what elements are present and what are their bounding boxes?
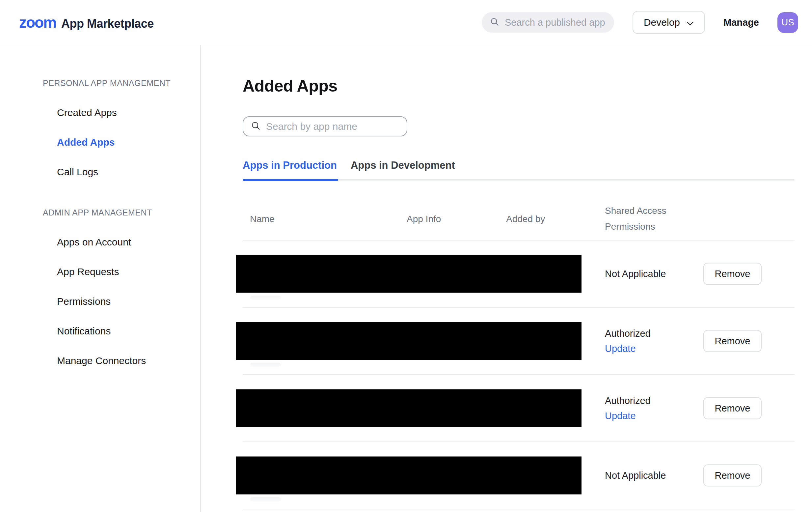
published-app-search-input[interactable] bbox=[505, 17, 606, 28]
shared-access-status: Not Applicable bbox=[605, 469, 666, 482]
sidebar-section-title: PERSONAL APP MANAGEMENT bbox=[43, 78, 200, 88]
sidebar-item-app-requests[interactable]: App Requests bbox=[43, 257, 200, 287]
tab-apps-in-production[interactable]: Apps in Production bbox=[243, 159, 337, 181]
marketplace-title: App Marketplace bbox=[61, 17, 154, 31]
sidebar-item-permissions[interactable]: Permissions bbox=[43, 287, 200, 316]
manage-link[interactable]: Manage bbox=[723, 17, 759, 28]
develop-button-label: Develop bbox=[644, 17, 680, 28]
column-header-app-info: App Info bbox=[407, 214, 441, 225]
shared-access-status: Not Applicable bbox=[605, 267, 666, 280]
sidebar-item-apps-on-account[interactable]: Apps on Account bbox=[43, 227, 200, 257]
tabs: Apps in Production Apps in Development bbox=[243, 159, 794, 181]
sidebar-item-notifications[interactable]: Notifications bbox=[43, 316, 200, 346]
sidebar-section: ADMIN APP MANAGEMENT Apps on Account App… bbox=[43, 208, 200, 376]
remove-button[interactable]: Remove bbox=[703, 464, 762, 487]
update-link[interactable]: Update bbox=[605, 409, 651, 422]
redaction-remnant bbox=[250, 497, 281, 502]
table-row: Authorized Update Remove bbox=[243, 308, 794, 375]
search-icon bbox=[490, 17, 499, 28]
header-actions: Develop Manage US bbox=[482, 11, 798, 34]
develop-button[interactable]: Develop bbox=[633, 11, 705, 34]
app-name-search[interactable] bbox=[243, 116, 407, 136]
table-row: Not Applicable Remove bbox=[243, 241, 794, 308]
sidebar-item-added-apps[interactable]: Added Apps bbox=[43, 128, 200, 157]
shared-access-cell: Not Applicable bbox=[605, 267, 666, 280]
table-row: Not Applicable Remove bbox=[243, 442, 794, 509]
table-header-row: Name App Info Added by Shared Access Per… bbox=[243, 181, 794, 241]
tab-apps-in-development[interactable]: Apps in Development bbox=[351, 159, 455, 181]
table-row: Authorized Update Remove bbox=[243, 375, 794, 442]
zoom-wordmark: zoom bbox=[19, 14, 56, 31]
column-header-added-by: Added by bbox=[506, 214, 545, 225]
sidebar-item-created-apps[interactable]: Created Apps bbox=[43, 98, 200, 128]
main-content: Added Apps Apps in Production Apps in De… bbox=[201, 45, 812, 512]
app-name-search-input[interactable] bbox=[266, 121, 399, 132]
published-app-search[interactable] bbox=[482, 12, 614, 33]
avatar[interactable]: US bbox=[777, 12, 798, 33]
update-link[interactable]: Update bbox=[605, 342, 651, 355]
redaction-remnant bbox=[250, 296, 281, 300]
shared-access-status: Authorized bbox=[605, 327, 651, 340]
remove-button[interactable]: Remove bbox=[703, 263, 762, 285]
sidebar-item-manage-connectors[interactable]: Manage Connectors bbox=[43, 346, 200, 376]
column-header-shared-access-permissions: Shared Access Permissions bbox=[605, 203, 674, 235]
shared-access-cell: Not Applicable bbox=[605, 469, 666, 482]
app-logo[interactable]: zoom App Marketplace bbox=[19, 14, 154, 31]
remove-button[interactable]: Remove bbox=[703, 397, 762, 420]
page-title: Added Apps bbox=[243, 76, 794, 96]
redacted-app-details bbox=[236, 389, 581, 427]
remove-button[interactable]: Remove bbox=[703, 330, 762, 352]
chevron-down-icon bbox=[687, 17, 694, 28]
sidebar-item-call-logs[interactable]: Call Logs bbox=[43, 157, 200, 187]
search-icon bbox=[251, 120, 261, 132]
apps-table-body: Not Applicable Remove Authorized Update … bbox=[243, 241, 794, 509]
redacted-app-details bbox=[236, 322, 581, 360]
shared-access-status: Authorized bbox=[605, 394, 651, 407]
sidebar: PERSONAL APP MANAGEMENT Created Apps Add… bbox=[0, 45, 201, 512]
column-header-name: Name bbox=[250, 214, 274, 225]
top-header: zoom App Marketplace Develop Manage US bbox=[0, 0, 812, 45]
shared-access-cell: Authorized Update bbox=[605, 327, 651, 355]
shared-access-cell: Authorized Update bbox=[605, 394, 651, 422]
sidebar-sections: PERSONAL APP MANAGEMENT Created Apps Add… bbox=[43, 78, 200, 376]
redacted-app-details bbox=[236, 457, 581, 494]
redaction-remnant bbox=[250, 363, 281, 367]
redacted-app-details bbox=[236, 255, 581, 293]
sidebar-section: PERSONAL APP MANAGEMENT Created Apps Add… bbox=[43, 78, 200, 187]
sidebar-section-title: ADMIN APP MANAGEMENT bbox=[43, 208, 200, 217]
